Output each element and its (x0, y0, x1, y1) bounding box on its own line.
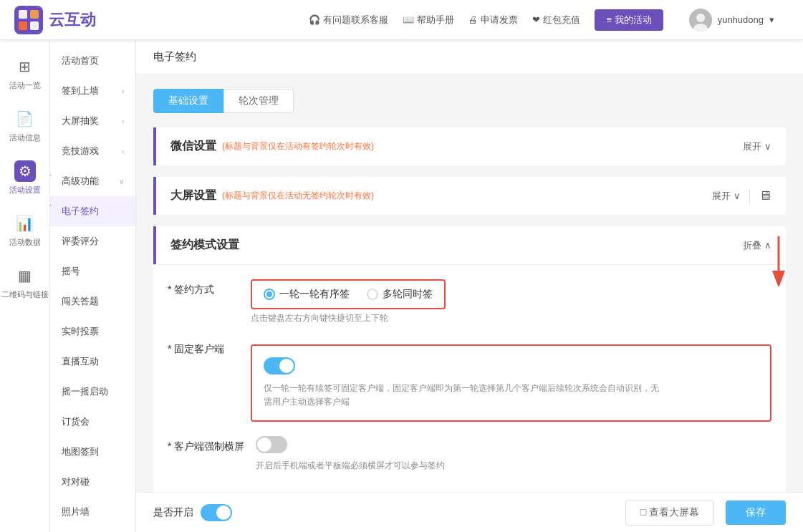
section-sign-mode-title: 签约模式设置 (170, 238, 239, 253)
gear-icon: ⚙ (14, 160, 36, 182)
bottom-bar: 是否开启 □ 查看大屏幕 保存 (136, 492, 803, 532)
grid-icon: ⊞ (14, 56, 36, 77)
section-screen-icons: 展开 ∨ 🖥 (712, 188, 771, 203)
svg-rect-4 (30, 21, 39, 30)
menu-item-judge-score[interactable]: 评委评分 (50, 226, 135, 256)
sign-method-row: * 签约方式 (168, 279, 771, 324)
layout: ⊞ 活动一览 📄 活动信息 ⚙ 活动设置 📊 活动数据 ▦ 二维码与链接 活动首… (0, 40, 803, 532)
nav-help[interactable]: 📖 帮助手册 (403, 14, 454, 26)
sidebar-menu: 活动首页 签到上墙 › 大屏抽奖 › 竞技游戏 › 高级功能 ∨ 电子签 (50, 40, 136, 532)
radio-dot-simultaneous (367, 289, 378, 300)
svg-rect-2 (30, 10, 39, 19)
chart-icon: 📊 (14, 213, 36, 234)
force-landscape-row: * 客户端强制横屏 开启后手机端或者平板端必须横屏才可以参与签约 (168, 436, 771, 472)
enable-label: 是否开启 (153, 506, 193, 519)
view-screen-button[interactable]: □ 查看大屏幕 (625, 500, 714, 526)
menu-item-photo-wall[interactable]: 照片墙 (50, 497, 135, 527)
sidebar-item-qr-link[interactable]: ▦ 二维码与链接 (0, 256, 50, 309)
fixed-client-desc: 仅一轮一轮有续签可固定客户端，固定客户端即为第一轮选择第几个客户端后续轮次系统会… (264, 382, 759, 409)
my-activity-button[interactable]: ≡ 我的活动 (595, 9, 663, 31)
page-title: 电子签约 (136, 40, 803, 74)
section-wechat-header[interactable]: 微信设置 (标题与背景仅在活动有签约轮次时有效) 展开 ∨ (153, 127, 786, 165)
menu-item-sign-wall[interactable]: 签到上墙 › (50, 76, 135, 106)
section-sign-mode-header[interactable]: 签约模式设置 折叠 ∧ (153, 226, 786, 264)
section-screen-header[interactable]: 大屏设置 (标题与背景仅在活动无签约轮次时有效) 展开 ∨ 🖥 (153, 177, 786, 215)
nav-customer-service[interactable]: 🎧 有问题联系客服 (309, 14, 388, 26)
chevron-down-icon: ∨ (734, 190, 741, 201)
header-nav: 🎧 有问题联系客服 📖 帮助手册 🖨 申请发票 ❤ 红包充值 ≡ 我的活动 yu (309, 9, 774, 32)
radio-simultaneous[interactable]: 多轮同时签 (367, 288, 433, 301)
radio-group-sign-method: 一轮一轮有序签 多轮同时签 (251, 279, 446, 309)
radio-sequential[interactable]: 一轮一轮有序签 (264, 288, 350, 301)
chevron-right-icon: › (122, 147, 124, 155)
chevron-up-icon: ∧ (764, 240, 771, 251)
enable-toggle[interactable] (201, 504, 232, 521)
menu-item-advanced[interactable]: 高级功能 ∨ (50, 166, 135, 196)
menu-item-activity-home[interactable]: 活动首页 (50, 46, 135, 76)
fixed-client-row: * 固定客户端 仅一轮一轮有续签可固定客户端，固定客户端即为第一轮选择第几个客户… (168, 339, 771, 422)
force-landscape-toggle[interactable] (256, 436, 287, 453)
menu-item-realtime-vote[interactable]: 实时投票 (50, 316, 135, 347)
sign-method-hint: 点击键盘左右方向键快捷切至上下轮 (251, 312, 771, 324)
sign-method-content: 一轮一轮有序签 多轮同时签 点击键盘左右方向键快捷切至上下轮 (251, 279, 771, 324)
section-wechat-settings: 微信设置 (标题与背景仅在活动有签约轮次时有效) 展开 ∨ (153, 127, 786, 165)
invoice-icon: 🖨 (468, 14, 478, 25)
header: 云互动 🎧 有问题联系客服 📖 帮助手册 🖨 申请发票 ❤ 红包充值 ≡ 我的活… (0, 0, 803, 40)
sidebar-item-activity-data[interactable]: 📊 活动数据 (0, 204, 50, 256)
chevron-down-icon: ∨ (119, 178, 124, 185)
headset-icon: 🎧 (309, 14, 320, 25)
user-info[interactable]: yunhudong ▾ (689, 9, 774, 32)
qr-icon: ▦ (14, 265, 36, 286)
save-button[interactable]: 保存 (726, 500, 786, 525)
chevron-right-icon: › (122, 87, 124, 95)
logo[interactable]: 云互动 (14, 6, 158, 34)
fixed-client-content: 仅一轮一轮有续签可固定客户端，固定客户端即为第一轮选择第几个客户端后续轮次系统会… (251, 339, 771, 422)
section-sign-mode-body: * 签约方式 (153, 264, 786, 500)
username: yunhudong (718, 14, 764, 25)
content-body: 基础设置 轮次管理 微信设置 (标题与背景仅在活动有签约轮次时有效) 展开 ∨ (136, 74, 803, 526)
screen-preview-icon[interactable]: 🖥 (759, 188, 771, 203)
sidebar-item-activity-settings[interactable]: ⚙ 活动设置 (0, 152, 50, 204)
nav-invoice[interactable]: 🖨 申请发票 (468, 14, 518, 26)
radio-dot-sequential (264, 289, 275, 300)
avatar (689, 9, 712, 32)
force-landscape-hint: 开启后手机端或者平板端必须横屏才可以参与签约 (256, 460, 771, 472)
chevron-down-icon: ∨ (764, 141, 771, 152)
sign-method-label: * 签约方式 (168, 279, 239, 296)
menu-item-games[interactable]: 竞技游戏 › (50, 136, 135, 166)
menu-item-lottery-number[interactable]: 摇号 (50, 256, 135, 286)
tab-basic-settings[interactable]: 基础设置 (153, 89, 223, 113)
dropdown-icon: ▾ (769, 14, 774, 25)
menu-item-match[interactable]: 对对碰 (50, 467, 135, 497)
section-screen-title: 大屏设置 (标题与背景仅在活动无签约轮次时有效) (170, 188, 374, 203)
nav-recharge[interactable]: ❤ 红包充值 (532, 14, 580, 26)
sidebar-item-activity-info[interactable]: 📄 活动信息 (0, 100, 50, 152)
svg-rect-3 (19, 21, 27, 30)
section-screen-settings: 大屏设置 (标题与背景仅在活动无签约轮次时有效) 展开 ∨ 🖥 (153, 177, 786, 215)
tabs: 基础设置 轮次管理 (153, 89, 786, 113)
fixed-client-label: * 固定客户端 (168, 339, 239, 356)
sidebar-item-activity-list[interactable]: ⊞ 活动一览 (0, 47, 50, 100)
menu-item-map-checkin[interactable]: 地图签到 (50, 437, 135, 467)
menu-item-quiz[interactable]: 闯关答题 (50, 286, 135, 316)
svg-rect-0 (14, 6, 43, 34)
force-landscape-label: * 客户端强制横屏 (168, 436, 244, 453)
menu-item-shake-launch[interactable]: 摇一摇启动 (50, 377, 135, 407)
section-screen-toggle[interactable]: 展开 ∨ (712, 190, 741, 203)
menu-item-order[interactable]: 订货会 (50, 407, 135, 437)
main-content: 电子签约 基础设置 轮次管理 微信设置 (标题与背景仅在活动有签约轮次时有效) … (136, 40, 803, 532)
gift-icon: ❤ (532, 14, 540, 25)
menu-item-live-interact[interactable]: 直播互动 (50, 347, 135, 377)
section-wechat-title: 微信设置 (标题与背景仅在活动有签约轮次时有效) (170, 139, 374, 154)
section-wechat-toggle[interactable]: 展开 ∨ (743, 140, 771, 153)
menu-item-screen-lottery[interactable]: 大屏抽奖 › (50, 106, 135, 136)
menu-item-e-sign[interactable]: 电子签约 (50, 196, 135, 226)
book-icon: 📖 (403, 14, 414, 25)
fixed-client-toggle-row (264, 357, 759, 374)
sidebar-icons: ⊞ 活动一览 📄 活动信息 ⚙ 活动设置 📊 活动数据 ▦ 二维码与链接 (0, 40, 50, 532)
svg-rect-1 (19, 10, 27, 19)
tab-round-management[interactable]: 轮次管理 (223, 89, 294, 113)
svg-marker-8 (50, 170, 52, 180)
fixed-client-toggle[interactable] (264, 357, 295, 374)
section-sign-mode-toggle[interactable]: 折叠 ∧ (743, 239, 771, 252)
